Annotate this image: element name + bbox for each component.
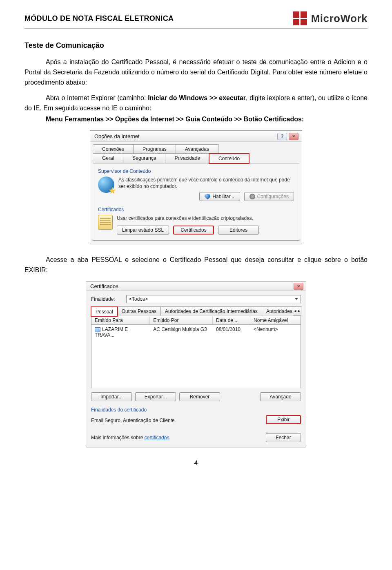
col-data[interactable]: Data de ...: [213, 316, 250, 324]
remover-button[interactable]: Remover: [179, 392, 220, 401]
help-icon[interactable]: ?: [277, 133, 287, 140]
paragraph-boldpath: Menu Ferramentas >> Opções da Internet >…: [24, 114, 368, 125]
finalidades-text: Email Seguro, Autenticação de Cliente: [91, 415, 175, 423]
dialog2-title-text: Certificados: [90, 283, 118, 289]
dialog-opcoes-internet: Opções da Internet ? ✕ Conexões Programa…: [90, 130, 302, 245]
cert-list-header: Emitido Para Emitido Por Data de ... Nom…: [91, 316, 301, 325]
tab-autoridades-interm[interactable]: Autoridades de Certificação Intermediári…: [160, 306, 262, 316]
group-supervisor-text: As classificações permitem que você cont…: [118, 177, 294, 190]
menu-path-bold: Menu Ferramentas >> Opções da Internet >…: [46, 116, 304, 123]
tab-privacidade[interactable]: Privacidade: [165, 153, 209, 163]
list-item[interactable]: LAZARIM E TRAVA... AC Certisign Multipla…: [91, 325, 301, 340]
shield-icon: [205, 194, 210, 199]
tab-seguranca[interactable]: Segurança: [123, 153, 165, 163]
finalidade-value: <Todos>: [129, 296, 148, 302]
certificados-link[interactable]: certificados: [145, 435, 169, 440]
tab-conexoes[interactable]: Conexões: [93, 144, 134, 154]
brand-icon: [293, 11, 307, 25]
importar-button[interactable]: Importar...: [91, 392, 132, 401]
group-cert-title: Certificados: [98, 207, 294, 212]
col-nome-amigavel[interactable]: Nome Amigável: [250, 316, 301, 324]
tab-programas[interactable]: Programas: [133, 144, 176, 154]
close-icon[interactable]: ✕: [294, 283, 303, 290]
habilitar-button[interactable]: Habilitar...: [199, 192, 240, 201]
avancado-button[interactable]: Avançado: [260, 392, 301, 401]
chevron-down-icon: [295, 298, 298, 300]
limpar-ssl-button[interactable]: Limpar estado SSL: [117, 226, 169, 235]
finalidade-combobox[interactable]: <Todos>: [126, 295, 301, 303]
page-number: 4: [24, 459, 368, 466]
close-icon[interactable]: ✕: [289, 133, 298, 140]
paragraph-2: Abra o Internet Explorer (caminho: Inici…: [24, 93, 368, 114]
more-info-text: Mais informações sobre certificados: [91, 435, 169, 440]
group-supervisor-title: Supervisor de Conteúdo: [98, 168, 294, 174]
tab-geral[interactable]: Geral: [93, 153, 123, 163]
globe-star-icon: [98, 177, 114, 193]
brand-text: MicroWork: [311, 12, 368, 25]
cert-tabs: Pessoal Outras Pessoas Autoridades de Ce…: [91, 306, 301, 316]
finalidade-label: Finalidade:: [91, 296, 122, 302]
para2-bold: Iniciar do Windows >> executar: [148, 94, 246, 101]
certificate-icon: [98, 215, 113, 230]
exportar-button[interactable]: Exportar...: [135, 392, 176, 401]
editores-button[interactable]: Editores: [218, 226, 259, 235]
cert-list[interactable]: LAZARIM E TRAVA... AC Certisign Multipla…: [91, 325, 301, 388]
group-cert-text: Usar certificados para conexões e identi…: [117, 215, 294, 221]
module-title: MÓDULO DE NOTA FISCAL ELETRONICA: [24, 14, 174, 23]
section-title: Teste de Comunicação: [24, 41, 368, 50]
tab-outras-pessoas[interactable]: Outras Pessoas: [117, 306, 161, 316]
col-emitido-para[interactable]: Emitido Para: [91, 316, 150, 324]
dialog2-titlebar: Certificados ✕: [86, 282, 306, 291]
tab-row-top: Conexões Programas Avançadas: [93, 144, 299, 154]
brand: MicroWork: [293, 11, 368, 25]
finalidades-sub: Finalidades do certificado: [91, 407, 301, 413]
fechar-button[interactable]: Fechar: [266, 433, 301, 442]
dialog2-content: Finalidade: <Todos> Pessoal Outras Pesso…: [86, 291, 306, 447]
dialog-content: Supervisor de Conteúdo As classificações…: [93, 163, 299, 241]
tab-pessoal[interactable]: Pessoal: [91, 307, 118, 316]
para2-part-a: Abra o Internet Explorer (caminho:: [46, 94, 148, 101]
col-emitido-por[interactable]: Emitido Por: [150, 316, 213, 324]
tab-autoridades-truncated[interactable]: Autoridades de Ce: [262, 306, 293, 316]
configuracoes-button[interactable]: Configurações: [244, 192, 294, 201]
page-header: MÓDULO DE NOTA FISCAL ELETRONICA MicroWo…: [24, 11, 368, 25]
dialog-certificados: Certificados ✕ Finalidade: <Todos> Pesso…: [86, 281, 306, 447]
paragraph-3: Acesse a aba PESSOAL e selecione o Certi…: [24, 255, 368, 275]
tab-row-bottom: Geral Segurança Privacidade Conteúdo: [93, 153, 299, 163]
paragraph-1: Após a instalação do Certificado Pessoal…: [24, 57, 368, 87]
dialog-title-text: Opções da Internet: [94, 133, 140, 139]
tab-conteudo[interactable]: Conteúdo: [209, 154, 249, 163]
gear-icon: [249, 194, 255, 199]
divider: [24, 29, 368, 29]
tab-avancadas[interactable]: Avançadas: [176, 144, 218, 154]
tab-scroll-right-icon[interactable]: ►: [297, 306, 301, 316]
certificate-item-icon: [95, 327, 100, 332]
exibir-button[interactable]: Exibir: [266, 415, 301, 424]
dialog-titlebar: Opções da Internet ? ✕: [90, 131, 302, 142]
certificados-button[interactable]: Certificados: [173, 226, 214, 235]
